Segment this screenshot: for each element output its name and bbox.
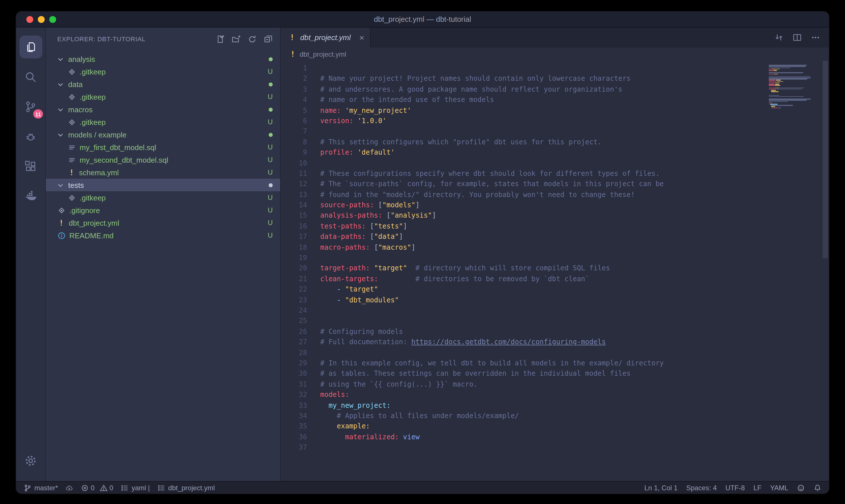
new-file-button[interactable] [215,34,225,44]
code-line[interactable]: 37 [281,442,829,453]
tree-file-gitkeep[interactable]: .gitkeepU [46,65,280,78]
code-line[interactable]: 30# as tables. These settings can be ove… [281,368,829,379]
code-line[interactable]: 15analysis-paths: ["analysis"] [281,211,829,221]
code-line[interactable]: 23 - "dbt_modules" [281,295,829,305]
line-number: 29 [281,358,307,368]
tree-folder-tests[interactable]: tests [46,179,280,191]
more-actions-icon[interactable] [811,33,820,42]
feedback-button[interactable] [797,484,805,492]
code-line[interactable]: 1 [281,63,829,74]
code-line[interactable]: 16test-paths: ["tests"] [281,221,829,232]
code-line[interactable]: 33 my_new_project: [281,400,829,411]
minimize-window-button[interactable] [38,16,45,23]
code-line[interactable]: 31# using the `{{ config(...) }}` macro. [281,379,829,390]
tree-folder-models-example[interactable]: models / example [46,128,280,141]
line-number: 11 [281,168,307,179]
tree-file-gitignore[interactable]: .gitignoreU [46,204,280,216]
tab-dbt-project-yml[interactable]: ! dbt_project.yml × [281,28,371,48]
activity-item-explorer[interactable] [16,32,46,62]
tree-file-readme-md[interactable]: README.mdU [46,229,280,242]
publish-changes-button[interactable] [66,484,74,492]
branch-status[interactable]: master* [23,484,58,492]
code-line[interactable]: 12# The `source-paths` config, for examp… [281,179,829,190]
breadcrumb-file[interactable]: dbt_project.yml [300,50,346,58]
code-line[interactable]: 21clean-targets: # directories to be rem… [281,274,829,284]
code-line[interactable]: 24 [281,305,829,316]
activity-item-extensions[interactable] [16,151,46,181]
minimap[interactable] [769,64,819,110]
code-line[interactable]: 7 [281,126,829,137]
tree-file-gitkeep[interactable]: .gitkeepU [46,90,280,103]
code-line[interactable]: 3# and underscores. A good package name … [281,84,829,95]
line-number: 17 [281,232,307,242]
new-folder-button[interactable] [231,34,241,44]
zoom-window-button[interactable] [49,16,56,23]
code-line[interactable]: 2# Name your project! Project names shou… [281,74,829,84]
eol-status[interactable]: LF [753,484,761,492]
line-number: 32 [281,390,307,400]
encoding-status[interactable]: UTF-8 [725,484,745,492]
breadcrumb[interactable]: ! dbt_project.yml [281,48,829,61]
notifications-button[interactable] [813,484,822,492]
code-line[interactable]: 18macro-paths: ["macros"] [281,242,829,253]
code-line[interactable]: 4# name or the intended use of these mod… [281,94,829,105]
code-line[interactable]: 22 - "target" [281,284,829,295]
search-icon [23,70,38,84]
close-window-button[interactable] [26,16,33,23]
list-icon [121,484,129,492]
language-mode[interactable]: YAML [770,484,788,492]
open-changes-icon[interactable] [774,33,784,42]
code-line[interactable]: 8# This setting configures which "profil… [281,137,829,147]
editor-scrollbar[interactable] [823,61,828,258]
code-line[interactable]: 9profile: 'default' [281,147,829,158]
activity-item-docker[interactable] [16,181,46,211]
code-line[interactable]: 5name: 'my_new_project' [281,105,829,116]
code-line[interactable]: 11# These configurations specify where d… [281,168,829,179]
code-line[interactable]: 26# Configuring models [281,326,829,337]
code-line[interactable]: 13# found in the "models/" directory. Yo… [281,189,829,200]
code-editor[interactable]: 12# Name your project! Project names sho… [281,61,829,481]
tree-folder-data[interactable]: data [46,78,280,90]
tree-folder-analysis[interactable]: analysis [46,53,280,65]
bell-icon [813,484,822,492]
tree-item-label: data [68,80,83,89]
code-line[interactable]: 14source-paths: ["models"] [281,200,829,211]
file-status-item[interactable]: dbt_project.yml [157,484,215,492]
activity-item-debug[interactable] [16,122,46,151]
code-line[interactable]: 6version: '1.0.0' [281,116,829,126]
tree-file-dbt-project-yml[interactable]: !dbt_project.ymlU [46,216,280,229]
code-text: source-paths: ["models"] [320,200,420,211]
activity-item-settings[interactable] [16,446,46,475]
activity-item-search[interactable] [16,62,46,92]
split-editor-icon[interactable] [792,33,802,42]
code-line[interactable]: 28 [281,347,829,358]
tree-item-label: .gitkeep [79,118,106,126]
code-line[interactable]: 32models: [281,390,829,400]
git-untracked-badge: U [268,168,273,176]
tree-file-gitkeep[interactable]: .gitkeepU [46,191,280,204]
code-line[interactable]: 36 materialized: view [281,432,829,442]
tree-file-schema-yml[interactable]: !schema.ymlU [46,166,280,179]
refresh-button[interactable] [248,34,257,44]
code-line[interactable]: 19 [281,253,829,263]
problems-status[interactable]: 0 0 [81,484,113,492]
tree-file-my-second-dbt-model-sql[interactable]: my_second_dbt_model.sqlU [46,154,280,166]
cursor-position[interactable]: Ln 1, Col 1 [645,484,678,492]
code-line[interactable]: 10 [281,158,829,168]
tree-file-gitkeep[interactable]: .gitkeepU [46,116,280,128]
indentation-status[interactable]: Spaces: 4 [686,484,717,492]
code-line[interactable]: 29# In this example config, we tell dbt … [281,358,829,368]
activity-item-source-control[interactable]: 11 [16,92,46,122]
code-line[interactable]: 25 [281,316,829,326]
code-line[interactable]: 27# Full documentation: https://docs.get… [281,337,829,347]
tab-close-icon[interactable]: × [359,33,364,42]
yaml-status-item[interactable]: yaml | [121,484,150,492]
collapse-folders-button[interactable] [264,34,273,44]
code-line[interactable]: 35 example: [281,421,829,432]
code-line[interactable]: 34 # Applies to all files under models/e… [281,411,829,421]
tree-folder-macros[interactable]: macros [46,103,280,116]
code-line[interactable]: 17data-paths: ["data"] [281,232,829,242]
code-line[interactable]: 20target-path: "target" # directory whic… [281,263,829,274]
line-number: 5 [281,105,307,116]
tree-file-my-first-dbt-model-sql[interactable]: my_first_dbt_model.sqlU [46,141,280,154]
